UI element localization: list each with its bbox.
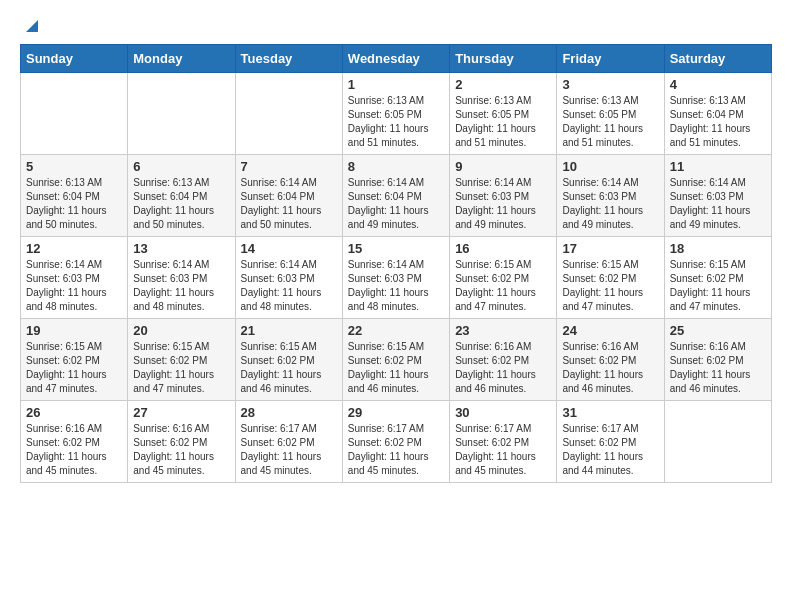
calendar-cell bbox=[235, 73, 342, 155]
calendar-cell: 26Sunrise: 6:16 AM Sunset: 6:02 PM Dayli… bbox=[21, 401, 128, 483]
calendar-cell: 18Sunrise: 6:15 AM Sunset: 6:02 PM Dayli… bbox=[664, 237, 771, 319]
day-info: Sunrise: 6:13 AM Sunset: 6:05 PM Dayligh… bbox=[562, 94, 658, 150]
day-info: Sunrise: 6:15 AM Sunset: 6:02 PM Dayligh… bbox=[26, 340, 122, 396]
day-number: 27 bbox=[133, 405, 229, 420]
day-number: 12 bbox=[26, 241, 122, 256]
calendar-cell: 5Sunrise: 6:13 AM Sunset: 6:04 PM Daylig… bbox=[21, 155, 128, 237]
calendar-cell: 6Sunrise: 6:13 AM Sunset: 6:04 PM Daylig… bbox=[128, 155, 235, 237]
day-number: 18 bbox=[670, 241, 766, 256]
day-number: 22 bbox=[348, 323, 444, 338]
calendar-cell: 23Sunrise: 6:16 AM Sunset: 6:02 PM Dayli… bbox=[450, 319, 557, 401]
day-info: Sunrise: 6:15 AM Sunset: 6:02 PM Dayligh… bbox=[241, 340, 337, 396]
calendar-cell: 21Sunrise: 6:15 AM Sunset: 6:02 PM Dayli… bbox=[235, 319, 342, 401]
day-info: Sunrise: 6:15 AM Sunset: 6:02 PM Dayligh… bbox=[455, 258, 551, 314]
logo bbox=[20, 20, 38, 34]
day-number: 3 bbox=[562, 77, 658, 92]
calendar-header-row: SundayMondayTuesdayWednesdayThursdayFrid… bbox=[21, 45, 772, 73]
day-number: 21 bbox=[241, 323, 337, 338]
weekday-header-monday: Monday bbox=[128, 45, 235, 73]
day-number: 23 bbox=[455, 323, 551, 338]
day-info: Sunrise: 6:15 AM Sunset: 6:02 PM Dayligh… bbox=[562, 258, 658, 314]
calendar-cell: 10Sunrise: 6:14 AM Sunset: 6:03 PM Dayli… bbox=[557, 155, 664, 237]
calendar-cell: 22Sunrise: 6:15 AM Sunset: 6:02 PM Dayli… bbox=[342, 319, 449, 401]
day-info: Sunrise: 6:13 AM Sunset: 6:04 PM Dayligh… bbox=[133, 176, 229, 232]
day-info: Sunrise: 6:17 AM Sunset: 6:02 PM Dayligh… bbox=[562, 422, 658, 478]
day-info: Sunrise: 6:14 AM Sunset: 6:03 PM Dayligh… bbox=[133, 258, 229, 314]
calendar-cell: 13Sunrise: 6:14 AM Sunset: 6:03 PM Dayli… bbox=[128, 237, 235, 319]
page-header bbox=[20, 20, 772, 34]
day-info: Sunrise: 6:17 AM Sunset: 6:02 PM Dayligh… bbox=[241, 422, 337, 478]
calendar-cell: 4Sunrise: 6:13 AM Sunset: 6:04 PM Daylig… bbox=[664, 73, 771, 155]
calendar-cell: 25Sunrise: 6:16 AM Sunset: 6:02 PM Dayli… bbox=[664, 319, 771, 401]
day-number: 11 bbox=[670, 159, 766, 174]
day-info: Sunrise: 6:16 AM Sunset: 6:02 PM Dayligh… bbox=[455, 340, 551, 396]
day-number: 26 bbox=[26, 405, 122, 420]
calendar-cell: 7Sunrise: 6:14 AM Sunset: 6:04 PM Daylig… bbox=[235, 155, 342, 237]
day-info: Sunrise: 6:13 AM Sunset: 6:04 PM Dayligh… bbox=[670, 94, 766, 150]
day-number: 16 bbox=[455, 241, 551, 256]
day-info: Sunrise: 6:16 AM Sunset: 6:02 PM Dayligh… bbox=[562, 340, 658, 396]
calendar-cell: 9Sunrise: 6:14 AM Sunset: 6:03 PM Daylig… bbox=[450, 155, 557, 237]
day-info: Sunrise: 6:13 AM Sunset: 6:04 PM Dayligh… bbox=[26, 176, 122, 232]
calendar-cell: 19Sunrise: 6:15 AM Sunset: 6:02 PM Dayli… bbox=[21, 319, 128, 401]
day-number: 19 bbox=[26, 323, 122, 338]
day-info: Sunrise: 6:16 AM Sunset: 6:02 PM Dayligh… bbox=[26, 422, 122, 478]
calendar-cell: 12Sunrise: 6:14 AM Sunset: 6:03 PM Dayli… bbox=[21, 237, 128, 319]
weekday-header-wednesday: Wednesday bbox=[342, 45, 449, 73]
calendar-cell bbox=[21, 73, 128, 155]
day-number: 13 bbox=[133, 241, 229, 256]
calendar-cell: 3Sunrise: 6:13 AM Sunset: 6:05 PM Daylig… bbox=[557, 73, 664, 155]
calendar-table: SundayMondayTuesdayWednesdayThursdayFrid… bbox=[20, 44, 772, 483]
day-number: 5 bbox=[26, 159, 122, 174]
day-info: Sunrise: 6:13 AM Sunset: 6:05 PM Dayligh… bbox=[455, 94, 551, 150]
day-number: 7 bbox=[241, 159, 337, 174]
calendar-cell: 2Sunrise: 6:13 AM Sunset: 6:05 PM Daylig… bbox=[450, 73, 557, 155]
weekday-header-thursday: Thursday bbox=[450, 45, 557, 73]
day-number: 29 bbox=[348, 405, 444, 420]
calendar-cell: 8Sunrise: 6:14 AM Sunset: 6:04 PM Daylig… bbox=[342, 155, 449, 237]
day-info: Sunrise: 6:14 AM Sunset: 6:04 PM Dayligh… bbox=[241, 176, 337, 232]
logo-arrow-icon bbox=[22, 18, 38, 34]
calendar-cell: 11Sunrise: 6:14 AM Sunset: 6:03 PM Dayli… bbox=[664, 155, 771, 237]
weekday-header-tuesday: Tuesday bbox=[235, 45, 342, 73]
calendar-week-4: 19Sunrise: 6:15 AM Sunset: 6:02 PM Dayli… bbox=[21, 319, 772, 401]
calendar-week-2: 5Sunrise: 6:13 AM Sunset: 6:04 PM Daylig… bbox=[21, 155, 772, 237]
calendar-cell: 24Sunrise: 6:16 AM Sunset: 6:02 PM Dayli… bbox=[557, 319, 664, 401]
calendar-week-3: 12Sunrise: 6:14 AM Sunset: 6:03 PM Dayli… bbox=[21, 237, 772, 319]
calendar-cell: 17Sunrise: 6:15 AM Sunset: 6:02 PM Dayli… bbox=[557, 237, 664, 319]
calendar-cell: 31Sunrise: 6:17 AM Sunset: 6:02 PM Dayli… bbox=[557, 401, 664, 483]
day-info: Sunrise: 6:14 AM Sunset: 6:03 PM Dayligh… bbox=[562, 176, 658, 232]
calendar-cell: 15Sunrise: 6:14 AM Sunset: 6:03 PM Dayli… bbox=[342, 237, 449, 319]
calendar-week-5: 26Sunrise: 6:16 AM Sunset: 6:02 PM Dayli… bbox=[21, 401, 772, 483]
day-number: 24 bbox=[562, 323, 658, 338]
day-info: Sunrise: 6:14 AM Sunset: 6:03 PM Dayligh… bbox=[455, 176, 551, 232]
day-number: 30 bbox=[455, 405, 551, 420]
day-number: 31 bbox=[562, 405, 658, 420]
day-info: Sunrise: 6:16 AM Sunset: 6:02 PM Dayligh… bbox=[133, 422, 229, 478]
calendar-cell: 1Sunrise: 6:13 AM Sunset: 6:05 PM Daylig… bbox=[342, 73, 449, 155]
calendar-cell: 29Sunrise: 6:17 AM Sunset: 6:02 PM Dayli… bbox=[342, 401, 449, 483]
day-info: Sunrise: 6:15 AM Sunset: 6:02 PM Dayligh… bbox=[670, 258, 766, 314]
weekday-header-saturday: Saturday bbox=[664, 45, 771, 73]
day-number: 28 bbox=[241, 405, 337, 420]
day-info: Sunrise: 6:14 AM Sunset: 6:03 PM Dayligh… bbox=[348, 258, 444, 314]
day-info: Sunrise: 6:14 AM Sunset: 6:03 PM Dayligh… bbox=[670, 176, 766, 232]
day-info: Sunrise: 6:13 AM Sunset: 6:05 PM Dayligh… bbox=[348, 94, 444, 150]
day-number: 25 bbox=[670, 323, 766, 338]
day-number: 2 bbox=[455, 77, 551, 92]
weekday-header-friday: Friday bbox=[557, 45, 664, 73]
calendar-cell: 16Sunrise: 6:15 AM Sunset: 6:02 PM Dayli… bbox=[450, 237, 557, 319]
calendar-cell: 20Sunrise: 6:15 AM Sunset: 6:02 PM Dayli… bbox=[128, 319, 235, 401]
day-info: Sunrise: 6:15 AM Sunset: 6:02 PM Dayligh… bbox=[133, 340, 229, 396]
day-number: 4 bbox=[670, 77, 766, 92]
day-info: Sunrise: 6:15 AM Sunset: 6:02 PM Dayligh… bbox=[348, 340, 444, 396]
day-info: Sunrise: 6:14 AM Sunset: 6:03 PM Dayligh… bbox=[26, 258, 122, 314]
day-info: Sunrise: 6:14 AM Sunset: 6:03 PM Dayligh… bbox=[241, 258, 337, 314]
day-number: 10 bbox=[562, 159, 658, 174]
day-number: 1 bbox=[348, 77, 444, 92]
day-number: 14 bbox=[241, 241, 337, 256]
day-number: 6 bbox=[133, 159, 229, 174]
day-info: Sunrise: 6:17 AM Sunset: 6:02 PM Dayligh… bbox=[348, 422, 444, 478]
calendar-cell: 30Sunrise: 6:17 AM Sunset: 6:02 PM Dayli… bbox=[450, 401, 557, 483]
day-number: 20 bbox=[133, 323, 229, 338]
